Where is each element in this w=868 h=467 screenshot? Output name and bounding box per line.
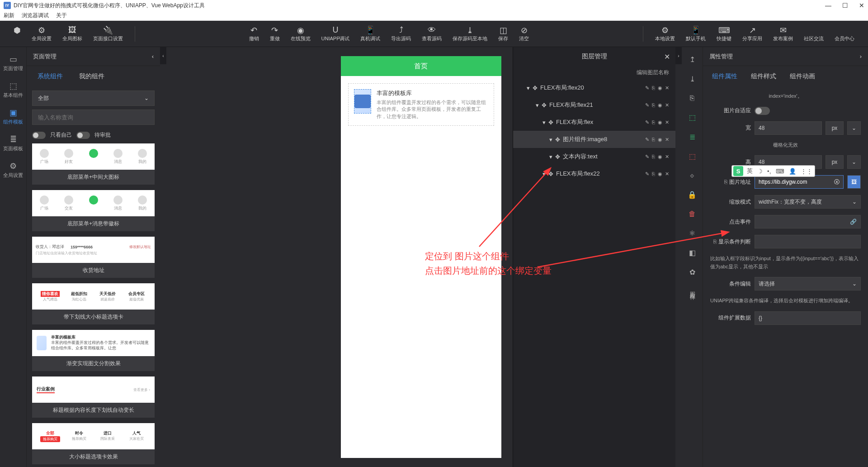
- cond-edit-select[interactable]: 请选择⌄: [755, 277, 861, 291]
- layer-action-icon[interactable]: ◉: [658, 137, 662, 143]
- template-card-6[interactable]: 全部推荐购买时令推荐购买进口国际直采人气大家在买大小标题选项卡效果: [32, 423, 155, 464]
- layer-action-icon[interactable]: ✕: [665, 119, 669, 125]
- tool-mid-item-5[interactable]: ⤴导出源码: [387, 24, 415, 44]
- collapse-right-button[interactable]: ›: [675, 47, 682, 64]
- minimize-button[interactable]: —: [825, 2, 831, 9]
- tool-mid-item-6[interactable]: 👁查看源码: [417, 24, 446, 44]
- layer-action-icon[interactable]: ✎: [645, 154, 649, 160]
- rightnav-icon-3[interactable]: ⬚: [689, 113, 696, 122]
- tool-mid-item-9[interactable]: ⊘清空: [514, 24, 533, 44]
- rightnav-icon-4[interactable]: ≣: [689, 133, 695, 141]
- layer-action-icon[interactable]: ◉: [658, 171, 662, 177]
- ptab-anim[interactable]: 组件动画: [790, 72, 815, 81]
- adaptive-switch[interactable]: [755, 107, 770, 115]
- tab-my-components[interactable]: 我的组件: [79, 72, 104, 81]
- tool-mid-item-7[interactable]: ⤓保存源码至本地: [448, 24, 492, 44]
- rightnav-icon-10[interactable]: ◧: [689, 248, 696, 257]
- ime-grip-icon[interactable]: ⋮⋮: [798, 168, 815, 175]
- click-input[interactable]: 🔗: [755, 215, 861, 229]
- ime-keyboard-icon[interactable]: ⌨: [774, 168, 787, 175]
- layer-action-icon[interactable]: ✕: [665, 137, 669, 143]
- bind-icon[interactable]: ⎘: [724, 179, 727, 185]
- tool-mid-item-8[interactable]: ◫保存: [494, 24, 513, 44]
- bind-icon[interactable]: ⎘: [713, 238, 717, 245]
- template-card-4[interactable]: 丰富的模板库丰富的组件覆盖开发过程的各个需求。开发者可以随意组合组件库。众多常用…: [32, 330, 155, 371]
- tool-right-item-0[interactable]: ⚙本地设置: [651, 24, 679, 44]
- layer-row-5[interactable]: ▾✥FLEX布局:flex22✎⎘◉✕: [513, 165, 675, 182]
- ptab-attrs[interactable]: 组件属性: [712, 72, 737, 81]
- ptab-style[interactable]: 组件样式: [751, 72, 776, 81]
- height-unit[interactable]: px: [826, 155, 844, 169]
- layer-action-icon[interactable]: ◉: [658, 119, 662, 125]
- chevron-icon[interactable]: ▾: [536, 102, 539, 109]
- leftnav-3[interactable]: ≣页面模板: [1, 130, 25, 157]
- tool-right-item-2[interactable]: ⌨快捷键: [712, 24, 736, 44]
- layer-action-icon[interactable]: ✎: [645, 119, 649, 125]
- scale-select[interactable]: widthFix：宽度不变，高度 ⌄: [755, 195, 861, 209]
- chevron-icon[interactable]: ▾: [527, 85, 530, 91]
- layer-action-icon[interactable]: ◉: [658, 154, 662, 160]
- leftnav-1[interactable]: ⬚基本组件: [1, 76, 25, 103]
- ime-punct-icon[interactable]: •ˌ: [765, 168, 774, 175]
- preview-card[interactable]: 丰富的模板库 丰富的组件覆盖开发过程的各个需求，可以随意组合组件库。众多常用页面…: [348, 83, 494, 126]
- url-input[interactable]: https://lib.diygw.com ⓧ: [755, 175, 844, 189]
- layer-action-icon[interactable]: ✕: [665, 154, 669, 160]
- template-card-0[interactable]: 广场好友消息我的底部菜单+中间大图标: [32, 143, 155, 185]
- layer-row-1[interactable]: ▾✥FLEX布局:flex21✎⎘◉✕: [513, 96, 675, 114]
- layer-action-icon[interactable]: ⎘: [652, 119, 655, 125]
- tool-mid-item-0[interactable]: ↶撤销: [245, 24, 264, 44]
- ime-user-icon[interactable]: 👤: [787, 168, 798, 175]
- rightnav-icon-0[interactable]: ↥: [689, 55, 695, 64]
- ime-moon-icon[interactable]: ☽: [755, 168, 765, 175]
- layer-action-icon[interactable]: ✕: [665, 171, 669, 177]
- ime-lang[interactable]: 英: [745, 167, 755, 175]
- move-icon[interactable]: ✥: [542, 102, 547, 109]
- layer-action-icon[interactable]: ✕: [665, 85, 669, 91]
- rightnav-icon-1[interactable]: ⤓: [689, 75, 695, 83]
- menu-about[interactable]: 关于: [56, 12, 67, 19]
- collapse-left-button[interactable]: ‹: [160, 47, 166, 64]
- tool-right-item-3[interactable]: ↗分享应用: [738, 24, 767, 44]
- leftnav-2[interactable]: ▣组件模板: [1, 103, 25, 130]
- layer-row-0[interactable]: ▾✥FLEX布局:flex20✎⎘◉✕: [513, 79, 675, 96]
- chevron-icon[interactable]: ▾: [542, 119, 546, 126]
- ime-toolbar[interactable]: S 英 ☽ •ˌ ⌨ 👤 ⋮⋮: [731, 165, 815, 177]
- menu-refresh[interactable]: 刷新: [4, 12, 14, 19]
- category-select[interactable]: 全部 ⌄: [32, 91, 155, 106]
- rightnav-icon-2[interactable]: ⎘: [690, 94, 694, 102]
- height-dd[interactable]: ⌄: [847, 155, 861, 169]
- layer-action-icon[interactable]: ✎: [645, 137, 649, 143]
- rightnav-icon-9[interactable]: ⚛: [689, 229, 695, 238]
- clear-icon[interactable]: ⓧ: [834, 178, 840, 186]
- rightnav-icon-8[interactable]: 🗑: [689, 210, 696, 218]
- move-icon[interactable]: ✥: [533, 85, 538, 91]
- layer-action-icon[interactable]: ✎: [645, 85, 649, 91]
- width-input[interactable]: 48: [755, 121, 822, 135]
- cond-input[interactable]: [755, 235, 861, 248]
- layer-action-icon[interactable]: ◉: [658, 85, 662, 91]
- preview-image-slot[interactable]: [354, 89, 371, 114]
- layer-action-icon[interactable]: ⎘: [652, 102, 655, 108]
- rightnav-icon-7[interactable]: 🔒: [688, 191, 697, 199]
- ext-input[interactable]: {}: [755, 311, 861, 325]
- tool-mid-item-1[interactable]: ↷重做: [265, 24, 284, 44]
- chevron-icon[interactable]: ▾: [542, 171, 546, 177]
- rightnav-icon-6[interactable]: ⟐: [690, 172, 694, 180]
- collapse-icon[interactable]: ‹: [152, 53, 154, 60]
- close-icon[interactable]: ✕: [664, 52, 670, 61]
- tool-right-item-4[interactable]: ✉发布案例: [769, 24, 797, 44]
- menu-browser-debug[interactable]: 浏览器调试: [22, 12, 49, 19]
- move-icon[interactable]: ✥: [548, 119, 553, 126]
- template-card-3[interactable]: 猜你喜欢人气精选超低折扣淘红心选天天低价就是底价会员专区超值优惠带下划线大小标题…: [32, 283, 155, 324]
- layer-action-icon[interactable]: ⎘: [652, 85, 655, 91]
- tool-mid-item-3[interactable]: UUNIAPP调试: [317, 24, 354, 44]
- url-browse-button[interactable]: 🖼: [847, 175, 861, 189]
- template-card-2[interactable]: 收货人：邓志泽159****6666修改默认地址门店地址信息请输入收货地址收货地…: [32, 237, 155, 278]
- layer-action-icon[interactable]: ✎: [645, 102, 649, 108]
- leftnav-0[interactable]: ▭页面管理: [1, 50, 25, 76]
- template-card-5[interactable]: 行业案例查看更多 ›标题根据内容长度下划线自动变长: [32, 376, 155, 418]
- layer-action-icon[interactable]: ⎘: [652, 171, 655, 177]
- leftnav-4[interactable]: ⚙全局设置: [1, 157, 25, 183]
- toggle-pending[interactable]: [76, 132, 90, 139]
- tool-right-item-1[interactable]: 📱默认手机: [681, 24, 710, 44]
